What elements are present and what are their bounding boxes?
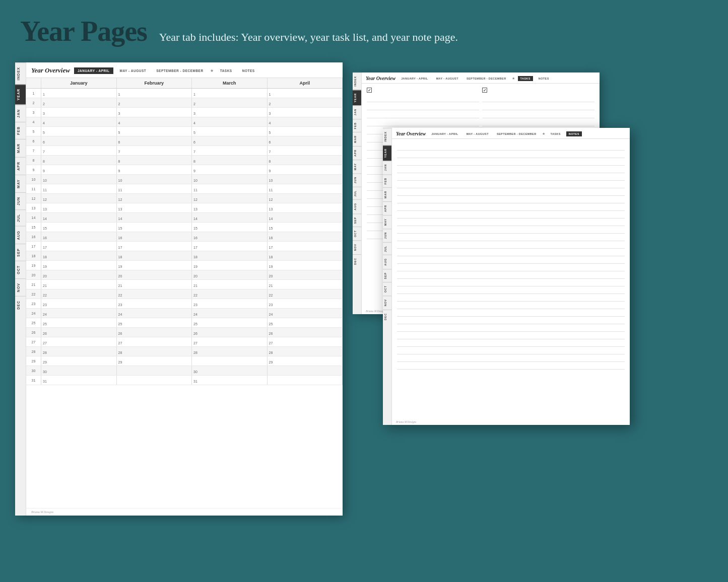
notes-tab-apr[interactable]: APR xyxy=(383,201,391,215)
tab-oct[interactable]: OCT xyxy=(15,261,26,278)
notes-nav-jan-apr[interactable]: JANUARY - APRIL xyxy=(429,131,460,136)
notes-tab-jul[interactable]: JUL xyxy=(383,242,391,255)
notes-tab-aug[interactable]: AUG xyxy=(383,255,391,269)
note-line[interactable] xyxy=(397,264,625,271)
tasks-header: Year Overview JANUARY - APRIL MAY - AUGU… xyxy=(362,72,600,84)
tasks-nav-notes[interactable]: NOTES xyxy=(536,76,552,81)
tasks-tab-nov[interactable]: NOV xyxy=(353,240,361,254)
note-line[interactable] xyxy=(397,173,625,181)
tab-tasks[interactable]: TASKS xyxy=(217,67,236,74)
notes-tab-year[interactable]: YEAR xyxy=(383,145,391,161)
tasks-tab-sep[interactable]: SEP xyxy=(353,213,361,227)
note-line[interactable] xyxy=(397,181,625,188)
tasks-nav-jan-apr[interactable]: JANUARY - APRIL xyxy=(399,76,430,81)
notes-tab-sep[interactable]: SEP xyxy=(383,269,391,282)
tasks-nav-tasks[interactable]: TASKS xyxy=(518,76,533,81)
note-line[interactable] xyxy=(397,362,625,370)
tasks-tab-jun[interactable]: JUN xyxy=(353,173,361,186)
note-line[interactable] xyxy=(397,279,625,286)
notes-tab-mar[interactable]: MAR xyxy=(383,187,391,201)
note-line[interactable] xyxy=(397,143,625,151)
tab-notes[interactable]: NOTES xyxy=(239,67,258,74)
tab-jun[interactable]: JUN xyxy=(15,192,26,209)
tasks-tab-oct[interactable]: OCT xyxy=(353,227,361,240)
note-line[interactable] xyxy=(397,166,625,173)
note-line[interactable] xyxy=(397,271,625,279)
note-line[interactable] xyxy=(397,256,625,264)
tab-aug[interactable]: AUG xyxy=(15,226,26,244)
notes-tab-feb[interactable]: FEB xyxy=(383,174,391,187)
tasks-tab-year[interactable]: YEAR xyxy=(353,90,361,105)
note-line[interactable] xyxy=(397,158,625,166)
tab-jan[interactable]: JAN xyxy=(15,105,26,122)
note-line[interactable] xyxy=(397,324,625,332)
notes-tab-nov[interactable]: NOV xyxy=(383,296,391,309)
note-line[interactable] xyxy=(397,219,625,226)
notes-tab-dec[interactable]: DEC xyxy=(383,310,391,323)
notes-nav-notes[interactable]: NOTES xyxy=(566,131,582,136)
note-line[interactable] xyxy=(397,332,625,339)
task-line[interactable] xyxy=(367,102,479,110)
note-line[interactable] xyxy=(397,241,625,249)
tab-may-aug[interactable]: MAY - AUGUST xyxy=(116,67,150,74)
notes-tab-may[interactable]: MAY xyxy=(383,215,391,229)
note-line[interactable] xyxy=(397,354,625,362)
tasks-tab-dec[interactable]: DEC xyxy=(353,254,361,268)
notes-nav-may-aug[interactable]: MAY - AUGUST xyxy=(464,131,491,136)
tab-nov[interactable]: NOV xyxy=(15,278,26,296)
tab-index[interactable]: INDEX xyxy=(15,62,26,84)
task-line[interactable] xyxy=(482,110,594,118)
task-line[interactable] xyxy=(482,118,594,126)
cal-row-30: 303030 xyxy=(26,366,343,376)
note-line[interactable] xyxy=(397,211,625,219)
note-line[interactable] xyxy=(397,286,625,294)
tab-year[interactable]: YEAR xyxy=(15,84,26,104)
tab-feb[interactable]: FEB xyxy=(15,122,26,139)
note-line[interactable] xyxy=(397,203,625,211)
task-line[interactable] xyxy=(367,94,479,102)
note-line[interactable] xyxy=(397,196,625,203)
tasks-nav-may-aug[interactable]: MAY - AUGUST xyxy=(434,76,461,81)
task-line[interactable] xyxy=(367,118,479,126)
tasks-tab-feb[interactable]: FEB xyxy=(353,119,361,132)
note-line[interactable] xyxy=(397,234,625,241)
note-line[interactable] xyxy=(397,226,625,234)
tab-jan-apr[interactable]: JANUARY - APRIL xyxy=(74,67,113,74)
tasks-tab-mar[interactable]: MAR xyxy=(353,132,361,146)
tasks-tab-index[interactable]: INDEX xyxy=(353,72,361,90)
notes-tab-index[interactable]: INDEX xyxy=(383,128,391,145)
task-line[interactable] xyxy=(367,110,479,118)
note-line[interactable] xyxy=(397,294,625,302)
note-line[interactable] xyxy=(397,347,625,354)
notes-nav-tasks[interactable]: TASKS xyxy=(548,131,563,136)
note-line[interactable] xyxy=(397,309,625,317)
tab-may[interactable]: MAY xyxy=(15,175,26,192)
tab-sep[interactable]: SEP xyxy=(15,244,26,261)
tasks-tab-jan[interactable]: JAN xyxy=(353,105,361,118)
tasks-nav-sep-dec[interactable]: SEPTEMBER - DECEMBER xyxy=(464,76,509,81)
tasks-tab-aug[interactable]: AUG xyxy=(353,199,361,213)
notes-tab-jun[interactable]: JUN xyxy=(383,229,391,242)
tasks-tab-apr[interactable]: APR xyxy=(353,146,361,160)
tab-apr[interactable]: APR xyxy=(15,157,26,175)
tasks-tab-may[interactable]: MAY xyxy=(353,160,361,173)
tab-mar[interactable]: MAR xyxy=(15,139,26,157)
note-line[interactable] xyxy=(397,188,625,196)
note-line[interactable] xyxy=(397,151,625,158)
cal-cell-16-1: 16 xyxy=(41,232,117,241)
task-line[interactable] xyxy=(482,94,594,102)
cal-cell-21-2: 21 xyxy=(117,280,192,289)
day-num-23: 23 xyxy=(26,299,41,308)
task-line[interactable] xyxy=(482,102,594,110)
tasks-tab-jul[interactable]: JUL xyxy=(353,187,361,200)
note-line[interactable] xyxy=(397,249,625,256)
note-line[interactable] xyxy=(397,317,625,324)
tab-dec[interactable]: DEC xyxy=(15,296,26,314)
note-line[interactable] xyxy=(397,339,625,347)
notes-tab-oct[interactable]: OCT xyxy=(383,282,391,296)
notes-nav-sep-dec[interactable]: SEPTEMBER - DECEMBER xyxy=(494,131,539,136)
note-line[interactable] xyxy=(397,302,625,309)
notes-tab-jan[interactable]: JAN xyxy=(383,161,391,174)
tab-sep-dec[interactable]: SEPTEMBER - DECEMBER xyxy=(153,67,207,74)
tab-jul[interactable]: JUL xyxy=(15,209,26,226)
